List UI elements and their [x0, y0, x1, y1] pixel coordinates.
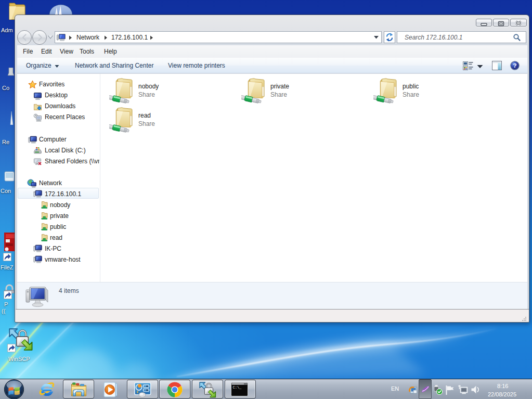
svg-text:?: ?: [513, 62, 516, 69]
svg-text:C:\_: C:\_: [233, 385, 242, 390]
